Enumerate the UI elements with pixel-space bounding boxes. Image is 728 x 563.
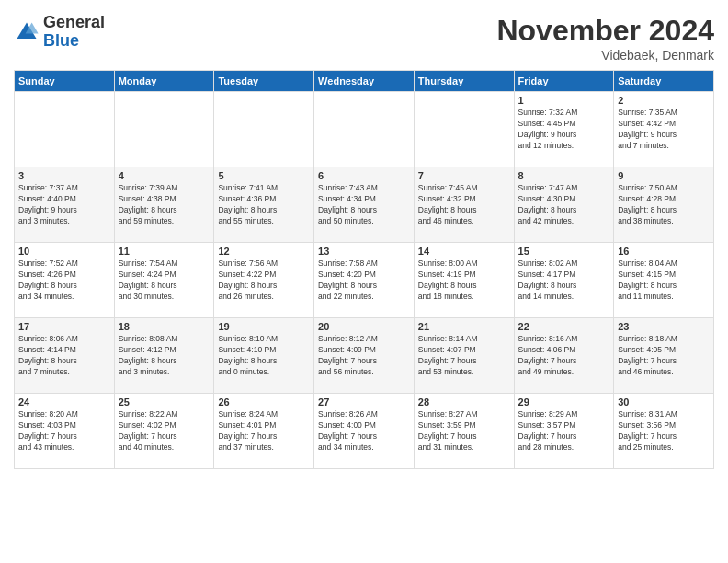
- day-info: Sunrise: 7:47 AMSunset: 4:30 PMDaylight:…: [518, 183, 610, 227]
- logo-text: General Blue: [43, 14, 105, 51]
- day-number: 18: [119, 321, 210, 332]
- table-row: [114, 92, 214, 167]
- day-number: 3: [18, 170, 110, 181]
- col-monday: Monday: [114, 71, 214, 92]
- table-row: 14Sunrise: 8:00 AMSunset: 4:19 PMDayligh…: [414, 243, 514, 318]
- table-row: 25Sunrise: 8:22 AMSunset: 4:02 PMDayligh…: [114, 394, 214, 469]
- table-row: 21Sunrise: 8:14 AMSunset: 4:07 PMDayligh…: [414, 318, 514, 394]
- day-info: Sunrise: 8:14 AMSunset: 4:07 PMDaylight:…: [418, 334, 510, 378]
- day-info: Sunrise: 8:04 AMSunset: 4:15 PMDaylight:…: [618, 259, 710, 303]
- table-row: 26Sunrise: 8:24 AMSunset: 4:01 PMDayligh…: [214, 394, 314, 469]
- day-info: Sunrise: 8:31 AMSunset: 3:56 PMDaylight:…: [618, 409, 710, 454]
- table-row: 27Sunrise: 8:26 AMSunset: 4:00 PMDayligh…: [314, 394, 415, 469]
- day-number: 25: [119, 396, 210, 408]
- day-number: 14: [418, 246, 510, 257]
- table-row: [414, 92, 514, 167]
- logo: General Blue: [14, 14, 105, 51]
- day-info: Sunrise: 7:35 AMSunset: 4:42 PMDaylight:…: [618, 108, 710, 152]
- calendar-week-row: 24Sunrise: 8:20 AMSunset: 4:03 PMDayligh…: [15, 394, 714, 469]
- day-info: Sunrise: 7:39 AMSunset: 4:38 PMDaylight:…: [119, 183, 210, 227]
- day-number: 6: [318, 170, 410, 181]
- day-info: Sunrise: 7:45 AMSunset: 4:32 PMDaylight:…: [418, 183, 510, 227]
- day-info: Sunrise: 8:18 AMSunset: 4:05 PMDaylight:…: [618, 334, 710, 378]
- day-number: 5: [218, 170, 310, 181]
- table-row: 24Sunrise: 8:20 AMSunset: 4:03 PMDayligh…: [15, 394, 115, 469]
- table-row: 5Sunrise: 7:41 AMSunset: 4:36 PMDaylight…: [214, 167, 314, 243]
- day-number: 13: [318, 246, 410, 257]
- table-row: 18Sunrise: 8:08 AMSunset: 4:12 PMDayligh…: [114, 318, 214, 394]
- table-row: 8Sunrise: 7:47 AMSunset: 4:30 PMDaylight…: [514, 167, 614, 243]
- day-info: Sunrise: 7:32 AMSunset: 4:45 PMDaylight:…: [518, 108, 610, 152]
- month-title: November 2024: [496, 14, 714, 48]
- title-area: November 2024 Videbaek, Denmark: [496, 14, 714, 63]
- day-info: Sunrise: 8:10 AMSunset: 4:10 PMDaylight:…: [218, 334, 310, 378]
- calendar: Sunday Monday Tuesday Wednesday Thursday…: [14, 70, 714, 469]
- table-row: 6Sunrise: 7:43 AMSunset: 4:34 PMDaylight…: [314, 167, 415, 243]
- table-row: 28Sunrise: 8:27 AMSunset: 3:59 PMDayligh…: [414, 394, 514, 469]
- col-wednesday: Wednesday: [314, 71, 415, 92]
- day-number: 19: [218, 321, 310, 332]
- day-info: Sunrise: 7:37 AMSunset: 4:40 PMDaylight:…: [18, 183, 110, 227]
- logo-icon: [14, 19, 40, 45]
- day-info: Sunrise: 8:02 AMSunset: 4:17 PMDaylight:…: [518, 259, 610, 303]
- day-info: Sunrise: 8:20 AMSunset: 4:03 PMDaylight:…: [18, 409, 110, 454]
- day-info: Sunrise: 7:52 AMSunset: 4:26 PMDaylight:…: [18, 259, 110, 303]
- day-number: 8: [518, 170, 610, 181]
- day-info: Sunrise: 8:26 AMSunset: 4:00 PMDaylight:…: [318, 409, 410, 454]
- day-info: Sunrise: 7:58 AMSunset: 4:20 PMDaylight:…: [318, 259, 410, 303]
- day-number: 10: [18, 246, 110, 257]
- col-thursday: Thursday: [414, 71, 514, 92]
- table-row: 15Sunrise: 8:02 AMSunset: 4:17 PMDayligh…: [514, 243, 614, 318]
- col-tuesday: Tuesday: [214, 71, 314, 92]
- col-sunday: Sunday: [15, 71, 115, 92]
- day-number: 12: [218, 246, 310, 257]
- table-row: 30Sunrise: 8:31 AMSunset: 3:56 PMDayligh…: [614, 394, 714, 469]
- day-info: Sunrise: 8:12 AMSunset: 4:09 PMDaylight:…: [318, 334, 410, 378]
- location: Videbaek, Denmark: [496, 48, 714, 63]
- table-row: 20Sunrise: 8:12 AMSunset: 4:09 PMDayligh…: [314, 318, 415, 394]
- day-number: 11: [119, 246, 210, 257]
- table-row: 12Sunrise: 7:56 AMSunset: 4:22 PMDayligh…: [214, 243, 314, 318]
- table-row: 16Sunrise: 8:04 AMSunset: 4:15 PMDayligh…: [614, 243, 714, 318]
- day-number: 17: [18, 321, 110, 332]
- day-number: 1: [518, 95, 610, 106]
- day-info: Sunrise: 8:16 AMSunset: 4:06 PMDaylight:…: [518, 334, 610, 378]
- day-number: 15: [518, 246, 610, 257]
- calendar-header-row: Sunday Monday Tuesday Wednesday Thursday…: [15, 71, 714, 92]
- table-row: 23Sunrise: 8:18 AMSunset: 4:05 PMDayligh…: [614, 318, 714, 394]
- day-number: 9: [618, 170, 710, 181]
- day-number: 26: [218, 396, 310, 408]
- day-number: 7: [418, 170, 510, 181]
- day-info: Sunrise: 8:22 AMSunset: 4:02 PMDaylight:…: [119, 409, 210, 454]
- day-info: Sunrise: 7:56 AMSunset: 4:22 PMDaylight:…: [218, 259, 310, 303]
- day-number: 27: [318, 396, 410, 408]
- table-row: 10Sunrise: 7:52 AMSunset: 4:26 PMDayligh…: [15, 243, 115, 318]
- day-number: 23: [618, 321, 710, 332]
- day-info: Sunrise: 8:27 AMSunset: 3:59 PMDaylight:…: [418, 409, 510, 454]
- day-info: Sunrise: 7:54 AMSunset: 4:24 PMDaylight:…: [119, 259, 210, 303]
- day-info: Sunrise: 7:50 AMSunset: 4:28 PMDaylight:…: [618, 183, 710, 227]
- day-number: 4: [119, 170, 210, 181]
- table-row: [314, 92, 415, 167]
- table-row: 22Sunrise: 8:16 AMSunset: 4:06 PMDayligh…: [514, 318, 614, 394]
- table-row: 13Sunrise: 7:58 AMSunset: 4:20 PMDayligh…: [314, 243, 415, 318]
- table-row: 7Sunrise: 7:45 AMSunset: 4:32 PMDaylight…: [414, 167, 514, 243]
- col-saturday: Saturday: [614, 71, 714, 92]
- table-row: [214, 92, 314, 167]
- day-info: Sunrise: 8:29 AMSunset: 3:57 PMDaylight:…: [518, 409, 610, 454]
- table-row: 11Sunrise: 7:54 AMSunset: 4:24 PMDayligh…: [114, 243, 214, 318]
- table-row: 9Sunrise: 7:50 AMSunset: 4:28 PMDaylight…: [614, 167, 714, 243]
- table-row: 17Sunrise: 8:06 AMSunset: 4:14 PMDayligh…: [15, 318, 115, 394]
- calendar-week-row: 17Sunrise: 8:06 AMSunset: 4:14 PMDayligh…: [15, 318, 714, 394]
- day-info: Sunrise: 8:00 AMSunset: 4:19 PMDaylight:…: [418, 259, 510, 303]
- day-number: 30: [618, 396, 710, 408]
- day-number: 29: [518, 396, 610, 408]
- day-number: 2: [618, 95, 710, 106]
- calendar-week-row: 1Sunrise: 7:32 AMSunset: 4:45 PMDaylight…: [15, 92, 714, 167]
- day-info: Sunrise: 8:08 AMSunset: 4:12 PMDaylight:…: [119, 334, 210, 378]
- day-info: Sunrise: 7:43 AMSunset: 4:34 PMDaylight:…: [318, 183, 410, 227]
- day-number: 24: [18, 396, 110, 408]
- day-number: 20: [318, 321, 410, 332]
- day-number: 16: [618, 246, 710, 257]
- calendar-week-row: 10Sunrise: 7:52 AMSunset: 4:26 PMDayligh…: [15, 243, 714, 318]
